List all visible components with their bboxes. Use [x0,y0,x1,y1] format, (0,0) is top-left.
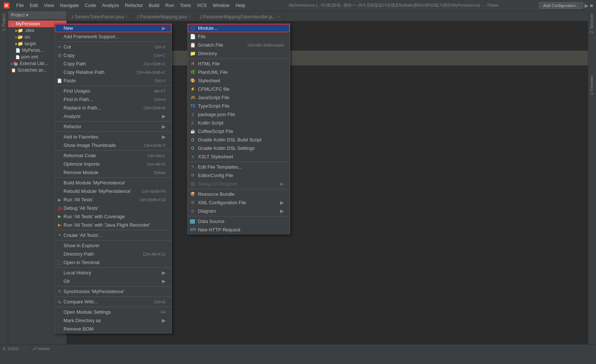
submenu-item-cfml[interactable]: ⚡ CFML/CFC file [188,85,290,93]
menu-edit[interactable]: Edit [27,1,41,9]
menu-item-refactor[interactable]: Refactor ▶ [55,122,171,131]
menu-item-compare-with[interactable]: ⇆ Compare With... Ctrl+D [55,298,171,306]
menu-item-mark-dir-label: Mark Directory as [64,318,159,323]
menu-build[interactable]: Build [146,1,162,9]
menu-item-remove-module[interactable]: Remove Module Delete [55,168,171,177]
menu-item-new[interactable]: New ▶ [55,24,171,32]
submenu-item-swing-ui: 🖼 Swing UI Designer ▶ [188,180,290,188]
new-arrow-icon: ▶ [162,25,166,31]
menu-item-find-usages[interactable]: Find Usages Alt+F7 [55,87,171,95]
sync-icon: ↻ [57,289,62,294]
menu-item-mark-directory[interactable]: Mark Directory as ▶ [55,316,171,325]
compare-icon: ⇆ [57,299,62,304]
submenu-item-module[interactable]: ⬡ Module... [188,24,290,32]
submenu-item-plantuml[interactable]: 🌿 PlantUML File [188,68,290,76]
submenu-item-directory[interactable]: 📁 Directory [188,49,290,58]
menu-item-replace-in-path[interactable]: Replace in Path... Ctrl+Shift+R [55,104,171,112]
submenu-item-coffeescript[interactable]: ☕ CoffeeScript File [188,127,290,136]
menu-navigate[interactable]: Navigate [57,1,82,9]
menu-item-analyze[interactable]: Analyze ▶ [55,112,171,120]
submenu-kotlin-label: Kotlin Script [198,120,284,126]
menu-item-reformat-code[interactable]: Reformat Code Ctrl+Alt+L [55,151,171,160]
menu-item-create-tests[interactable]: ✦ Create 'All Tests'... [55,231,171,239]
menu-item-paste[interactable]: 📋 Paste Ctrl+V [55,76,171,85]
submenu-item-gradle-kotlin-build[interactable]: G Gradle Kotlin DSL Build Script [188,136,290,144]
menu-item-copy-label: Copy [64,53,147,58]
menu-code[interactable]: Code [82,1,99,9]
submenu-item-resource-bundle[interactable]: 📦 Resource Bundle [188,190,290,198]
submenu-item-diagram[interactable]: ◎ Diagram ▶ [188,207,290,215]
menu-item-optimize-imports[interactable]: Optimize Imports Ctrl+Alt+O [55,160,171,168]
submenu-item-file[interactable]: 📄 File [188,32,290,41]
menu-item-copy-relative-path[interactable]: Copy Relative Path Ctrl+Alt+Shift+C [55,68,171,76]
menu-item-debug-all-tests[interactable]: 🐞 Debug 'All Tests' [55,204,171,212]
submenu-datasource-label: Data Source [198,219,284,224]
menu-item-git[interactable]: Git ▶ [55,277,171,285]
submenu-item-package-json[interactable]: {} package.json File [188,110,290,119]
submenu-item-stylesheet[interactable]: 🎨 Stylesheet [188,76,290,85]
menu-item-open-module-settings[interactable]: Open Module Settings F4 [55,308,171,316]
find-in-path-icon [57,97,62,102]
menu-item-local-history[interactable]: Local History ▶ [55,269,171,277]
menu-run[interactable]: Run [162,1,177,9]
menu-tools[interactable]: Tools [177,1,194,9]
menu-item-rebuild-module[interactable]: Rebuild Module 'MyPersistence' Ctrl+Shif… [55,187,171,195]
menu-refactor[interactable]: Refactor [122,1,146,9]
submenu-templates-label: Edit File Templates... [198,164,284,170]
menu-item-add-to-favorites[interactable]: Add to Favorites ▶ [55,133,171,141]
run-button[interactable]: ▶ [585,3,589,8]
menu-item-synchronize[interactable]: ↻ Synchronize 'MyPersistence' [55,287,171,296]
submenu-item-typescript[interactable]: TS TypeScript File [188,102,290,110]
menu-item-remove-bom[interactable]: Remove BOM [55,325,171,333]
menu-window[interactable]: Window [210,1,232,9]
submenu-item-javascript[interactable]: JS JavaScript File [188,93,290,102]
xml-config-icon: ⚙ [190,200,196,206]
menu-item-copy-path[interactable]: Copy Path Ctrl+Shift+C [55,60,171,68]
add-config-button[interactable]: Add Configuration... [539,2,583,9]
menu-item-show-thumbnails[interactable]: Show Image Thumbnails Ctrl+Shift+T [55,141,171,149]
menu-item-copy[interactable]: ⧉ Copy Ctrl+C [55,51,171,60]
submenu-item-editorconfig[interactable]: ⚙ EditorConfig File [188,171,290,180]
menu-item-find-in-path[interactable]: Find in Path... Ctrl+H [55,95,171,104]
menu-analyze[interactable]: Analyze [99,1,122,9]
menu-item-run-coverage[interactable]: ▶ Run 'All Tests' with Coverage [55,212,171,221]
submenu-item-gradle-kotlin-settings[interactable]: G Gradle Kotlin DSL Settings [188,144,290,152]
menu-item-cut[interactable]: ✂ Cut Ctrl+X [55,43,171,51]
menu-item-coverage-label: Run 'All Tests' with Coverage [64,214,166,219]
menu-item-show-in-explorer[interactable]: Show in Explorer [55,241,171,250]
menu-item-copy-relative-label: Copy Relative Path [64,69,129,75]
menu-item-directory-path[interactable]: Directory Path Ctrl+Alt+F12 [55,250,171,258]
submenu-item-edit-templates[interactable]: ✎ Edit File Templates... [188,163,290,171]
menu-item-dir-path-label: Directory Path [64,251,136,257]
menu-file[interactable]: File [13,1,27,9]
menu-item-open-terminal[interactable]: ⬛ Open in Terminal [55,258,171,267]
menu-item-remove-bom-label: Remove BOM [64,326,166,332]
menu-item-add-framework[interactable]: Add Framework Support... [55,32,171,41]
submenu-item-new-http[interactable]: API New HTTP Request [188,226,290,234]
menu-view[interactable]: View [41,1,57,9]
submenu-item-html[interactable]: H HTML File [188,60,290,68]
submenu-item-kotlin-script[interactable]: K Kotlin Script [188,119,290,127]
submenu-separator-2 [188,162,290,162]
menu-item-run-all-tests[interactable]: ▶ Run 'All Tests' Ctrl+Shift+F10 [55,195,171,204]
menu-item-run-tests-label: Run 'All Tests' [64,197,132,202]
build-icon [57,180,62,185]
git-icon [57,279,62,284]
submenu-separator-4 [188,216,290,216]
menu-item-build-module[interactable]: Build Module 'MyPersistence' [55,179,171,187]
separator-9 [55,267,171,268]
submenu-plantuml-label: PlantUML File [198,69,284,75]
menu-help[interactable]: Help [232,1,248,9]
submenu-item-xslt[interactable]: X XSLT Stylesheet [188,152,290,161]
submenu-item-scratch-file[interactable]: 📋 Scratch File Ctrl+Alt+Shift+Insert [188,41,290,49]
menu-item-thumbnails-label: Show Image Thumbnails [64,143,137,148]
stop-button[interactable]: ■ [590,3,593,8]
submenu-resource-label: Resource Bundle [198,191,284,197]
diagram-icon: ◎ [190,208,196,214]
submenu-item-xml-config[interactable]: ⚙ XML Configuration File ▶ [188,198,290,207]
submenu-separator-1 [188,58,290,59]
menu-item-run-flight[interactable]: ▶ Run 'All Tests' with 'Java Flight Reco… [55,221,171,229]
submenu-item-data-source[interactable]: Data Source [188,217,290,226]
replace-in-path-shortcut: Ctrl+Shift+R [144,106,166,110]
menu-vcs[interactable]: VCS [194,1,210,9]
